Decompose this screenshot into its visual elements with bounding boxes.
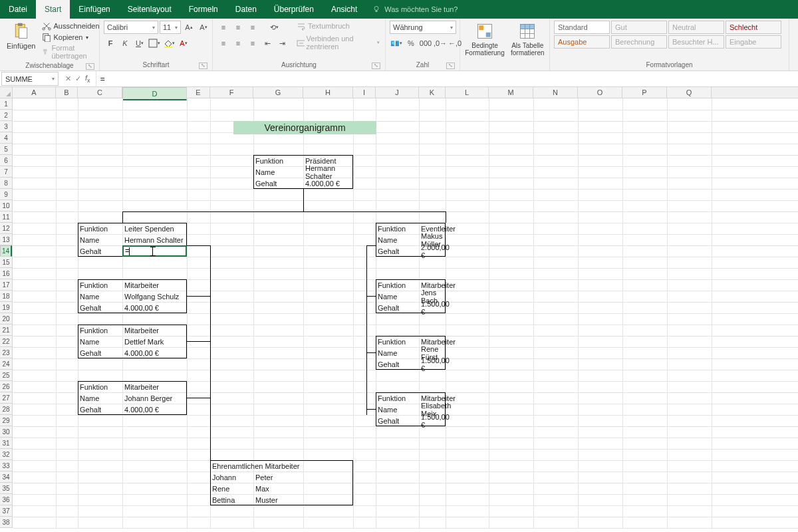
row-header-9[interactable]: 9 (0, 189, 12, 200)
cell[interactable]: Gehalt (376, 302, 419, 313)
tab-start[interactable]: Start (36, 0, 70, 19)
row-header-36[interactable]: 36 (0, 494, 12, 505)
enter-icon[interactable]: ✓ (75, 74, 81, 83)
cell[interactable]: Bettina (210, 494, 253, 505)
indent-decrease-icon[interactable]: ⇤ (261, 37, 274, 50)
row-header-35[interactable]: 35 (0, 483, 12, 494)
tab-datei[interactable]: Datei (0, 0, 36, 19)
format-as-table-button[interactable]: Als Tabelle formatieren (508, 21, 547, 58)
row-header-37[interactable]: 37 (0, 505, 12, 517)
row-header-15[interactable]: 15 (0, 257, 12, 268)
align-middle-icon[interactable]: ≡ (231, 21, 245, 34)
cell[interactable]: Gehalt (78, 404, 122, 415)
increase-font-icon[interactable]: A▴ (182, 21, 196, 34)
thousands-icon[interactable]: 000 (419, 37, 432, 50)
label-gehalt[interactable]: Gehalt (253, 178, 303, 189)
row-header-12[interactable]: 12 (0, 223, 12, 234)
col-header-P[interactable]: P (622, 87, 667, 98)
currency-icon[interactable]: 💶▾ (390, 37, 403, 50)
cell[interactable]: Name (376, 291, 419, 302)
row-header-19[interactable]: 19 (0, 302, 12, 313)
dialog-launcher-icon[interactable]: ⤡ (372, 63, 380, 69)
align-top-icon[interactable]: ≡ (217, 21, 230, 34)
bold-button[interactable]: F (104, 37, 117, 50)
row-header-29[interactable]: 29 (0, 415, 12, 426)
indent-increase-icon[interactable]: ⇥ (275, 37, 289, 50)
cell[interactable]: Name (78, 392, 122, 404)
row-header-17[interactable]: 17 (0, 279, 12, 291)
value-name[interactable]: Hermann Schalter (303, 166, 353, 178)
cancel-icon[interactable]: ✕ (65, 74, 71, 83)
row-header-30[interactable]: 30 (0, 426, 12, 438)
select-all-corner[interactable] (0, 87, 13, 98)
decrease-font-icon[interactable]: A▾ (197, 21, 210, 34)
cell[interactable]: Wolfgang Schulz (122, 291, 187, 302)
wrap-text-button[interactable]: Textumbruch (295, 21, 381, 31)
cell[interactable]: Mitarbeiter (122, 381, 187, 392)
col-header-G[interactable]: G (253, 87, 303, 98)
row-header-22[interactable]: 22 (0, 336, 12, 347)
tab-formeln[interactable]: Formeln (180, 0, 227, 19)
cell[interactable]: Max (253, 483, 303, 494)
cell[interactable]: Dettlef Mark (122, 336, 187, 347)
style-neutral[interactable]: Neutral (668, 21, 724, 34)
underline-button[interactable]: U▾ (133, 37, 146, 50)
cell[interactable]: 1.500,00 € (419, 302, 446, 313)
cell[interactable]: Funktion (376, 336, 419, 347)
row-header-38[interactable]: 38 (0, 517, 12, 528)
row-header-21[interactable]: 21 (0, 325, 12, 336)
cell[interactable]: Name (78, 234, 122, 245)
style-gut[interactable]: Gut (611, 21, 667, 34)
row-header-31[interactable]: 31 (0, 438, 12, 449)
col-header-E[interactable]: E (187, 87, 210, 98)
cell[interactable]: Name (376, 234, 419, 245)
cell[interactable]: Gehalt (376, 245, 419, 257)
row-header-14[interactable]: 14 (0, 245, 12, 257)
name-box[interactable]: SUMME▾ (1, 72, 59, 86)
row-header-24[interactable]: 24 (0, 358, 12, 370)
cell[interactable]: Johann Berger (122, 392, 187, 404)
cell[interactable]: 1.500,00 € (419, 358, 446, 370)
tab-ueberpruefen[interactable]: Überprüfen (265, 0, 323, 19)
tell-me-search[interactable]: Was möchten Sie tun? (366, 0, 464, 19)
cell[interactable]: Peter (253, 471, 303, 483)
col-header-N[interactable]: N (533, 87, 578, 98)
cell[interactable]: Name (376, 347, 419, 358)
row-header-32[interactable]: 32 (0, 449, 12, 460)
col-header-O[interactable]: O (578, 87, 622, 98)
row-header-26[interactable]: 26 (0, 381, 12, 392)
spreadsheet-grid[interactable]: ABCDEFGHIJKLMNOPQ 1234567891011121314151… (0, 87, 798, 528)
style-schlecht[interactable]: Schlecht (726, 21, 781, 34)
cell[interactable]: Funktion (78, 279, 122, 291)
cell[interactable]: Hermann Schalter (122, 234, 187, 245)
col-header-L[interactable]: L (446, 87, 489, 98)
align-center-icon[interactable]: ≡ (231, 37, 245, 50)
tab-seitenlayout[interactable]: Seitenlayout (119, 0, 180, 19)
dialog-launcher-icon[interactable]: ⤡ (86, 63, 94, 70)
cell[interactable]: Funktion (78, 381, 122, 392)
cell[interactable]: Mitarbeiter (122, 279, 187, 291)
value-gehalt[interactable]: 4.000,00 € (303, 178, 353, 189)
border-button[interactable]: ▾ (148, 37, 161, 50)
cell[interactable]: Name (376, 404, 419, 415)
style-ausgabe[interactable]: Ausgabe (554, 35, 610, 49)
col-header-J[interactable]: J (376, 87, 419, 98)
decrease-decimal-icon[interactable]: ←,0 (448, 37, 462, 50)
style-eingabe[interactable]: Eingabe (726, 35, 781, 49)
label-name[interactable]: Name (253, 166, 303, 178)
cell[interactable]: 4.000,00 € (122, 302, 187, 313)
merge-center-button[interactable]: Verbinden und zentrieren▾ (295, 34, 381, 51)
tab-ansicht[interactable]: Ansicht (323, 0, 366, 19)
row-header-16[interactable]: 16 (0, 268, 12, 279)
cell[interactable]: Gehalt (376, 415, 419, 426)
cell[interactable]: Mitarbeiter (122, 325, 187, 336)
cell[interactable]: Gehalt (376, 358, 419, 370)
col-header-Q[interactable]: Q (667, 87, 712, 98)
style-besuchter[interactable]: Besuchter H... (668, 35, 724, 49)
cell[interactable]: Funktion (376, 392, 419, 404)
col-header-K[interactable]: K (419, 87, 446, 98)
paste-button[interactable]: Einfügen (4, 21, 38, 51)
conditional-formatting-button[interactable]: Bedingte Formatierung (464, 21, 505, 58)
cell[interactable]: 4.000,00 € (122, 404, 187, 415)
row-header-13[interactable]: 13 (0, 234, 12, 245)
